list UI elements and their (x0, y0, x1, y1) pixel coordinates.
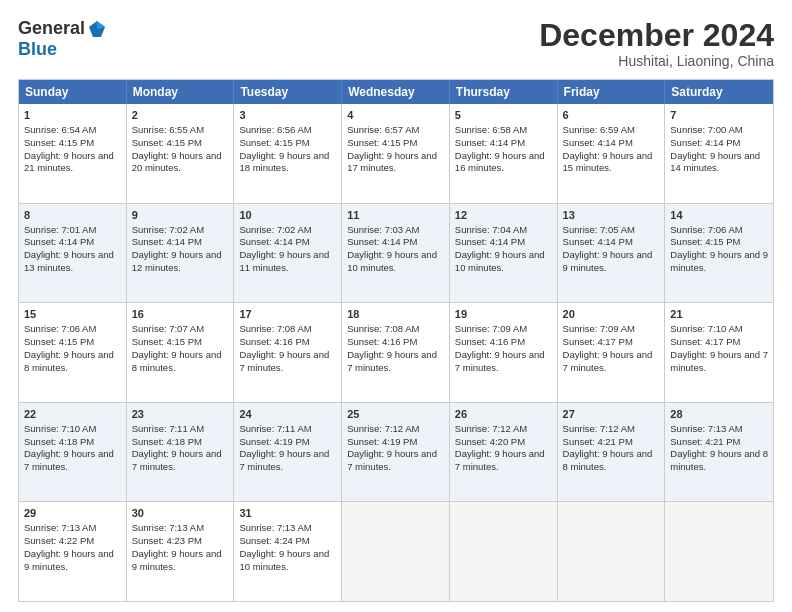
daylight-label: Daylight: 9 hours and 7 minutes. (347, 448, 437, 472)
sunrise-label: Sunrise: 6:55 AM (132, 124, 204, 135)
day-number: 1 (24, 108, 121, 123)
day-number: 4 (347, 108, 444, 123)
daylight-label: Daylight: 9 hours and 12 minutes. (132, 249, 222, 273)
daylight-label: Daylight: 9 hours and 8 minutes. (670, 448, 768, 472)
daylight-label: Daylight: 9 hours and 9 minutes. (24, 548, 114, 572)
daylight-label: Daylight: 9 hours and 7 minutes. (670, 349, 768, 373)
header-cell-monday: Monday (127, 80, 235, 104)
sunset-label: Sunset: 4:19 PM (239, 436, 309, 447)
calendar-body: 1 Sunrise: 6:54 AM Sunset: 4:15 PM Dayli… (19, 104, 773, 601)
sunset-label: Sunset: 4:14 PM (132, 236, 202, 247)
calendar-cell: 8 Sunrise: 7:01 AM Sunset: 4:14 PM Dayli… (19, 204, 127, 303)
day-number: 18 (347, 307, 444, 322)
sunset-label: Sunset: 4:14 PM (455, 137, 525, 148)
day-number: 23 (132, 407, 229, 422)
sunset-label: Sunset: 4:14 PM (347, 236, 417, 247)
calendar-cell: 19 Sunrise: 7:09 AM Sunset: 4:16 PM Dayl… (450, 303, 558, 402)
sunrise-label: Sunrise: 6:54 AM (24, 124, 96, 135)
sunrise-label: Sunrise: 6:57 AM (347, 124, 419, 135)
logo-general-text: General (18, 18, 85, 39)
day-number: 6 (563, 108, 660, 123)
sunset-label: Sunset: 4:18 PM (132, 436, 202, 447)
sunrise-label: Sunrise: 7:04 AM (455, 224, 527, 235)
daylight-label: Daylight: 9 hours and 18 minutes. (239, 150, 329, 174)
sunrise-label: Sunrise: 6:56 AM (239, 124, 311, 135)
sunrise-label: Sunrise: 7:13 AM (239, 522, 311, 533)
day-number: 29 (24, 506, 121, 521)
daylight-label: Daylight: 9 hours and 7 minutes. (239, 349, 329, 373)
calendar-row-3: 15 Sunrise: 7:06 AM Sunset: 4:15 PM Dayl… (19, 302, 773, 402)
day-number: 7 (670, 108, 768, 123)
sunset-label: Sunset: 4:15 PM (132, 336, 202, 347)
sunset-label: Sunset: 4:14 PM (239, 236, 309, 247)
sunrise-label: Sunrise: 7:13 AM (670, 423, 742, 434)
daylight-label: Daylight: 9 hours and 7 minutes. (347, 349, 437, 373)
calendar-cell: 25 Sunrise: 7:12 AM Sunset: 4:19 PM Dayl… (342, 403, 450, 502)
day-number: 16 (132, 307, 229, 322)
title-block: December 2024 Hushitai, Liaoning, China (539, 18, 774, 69)
sunset-label: Sunset: 4:19 PM (347, 436, 417, 447)
sunset-label: Sunset: 4:14 PM (670, 137, 740, 148)
daylight-label: Daylight: 9 hours and 10 minutes. (455, 249, 545, 273)
header-cell-wednesday: Wednesday (342, 80, 450, 104)
day-number: 2 (132, 108, 229, 123)
calendar: SundayMondayTuesdayWednesdayThursdayFrid… (18, 79, 774, 602)
logo-flag-icon (87, 19, 107, 39)
logo-blue-text: Blue (18, 39, 57, 60)
calendar-cell: 29 Sunrise: 7:13 AM Sunset: 4:22 PM Dayl… (19, 502, 127, 601)
daylight-label: Daylight: 9 hours and 13 minutes. (24, 249, 114, 273)
day-number: 17 (239, 307, 336, 322)
daylight-label: Daylight: 9 hours and 11 minutes. (239, 249, 329, 273)
sunrise-label: Sunrise: 7:11 AM (132, 423, 204, 434)
sunset-label: Sunset: 4:18 PM (24, 436, 94, 447)
day-number: 14 (670, 208, 768, 223)
daylight-label: Daylight: 9 hours and 7 minutes. (132, 448, 222, 472)
sunset-label: Sunset: 4:21 PM (670, 436, 740, 447)
calendar-cell: 2 Sunrise: 6:55 AM Sunset: 4:15 PM Dayli… (127, 104, 235, 203)
calendar-cell: 4 Sunrise: 6:57 AM Sunset: 4:15 PM Dayli… (342, 104, 450, 203)
day-number: 22 (24, 407, 121, 422)
day-number: 10 (239, 208, 336, 223)
daylight-label: Daylight: 9 hours and 7 minutes. (455, 448, 545, 472)
sunset-label: Sunset: 4:14 PM (24, 236, 94, 247)
sunset-label: Sunset: 4:15 PM (347, 137, 417, 148)
daylight-label: Daylight: 9 hours and 9 minutes. (132, 548, 222, 572)
calendar-cell (665, 502, 773, 601)
daylight-label: Daylight: 9 hours and 9 minutes. (563, 249, 653, 273)
daylight-label: Daylight: 9 hours and 7 minutes. (563, 349, 653, 373)
day-number: 21 (670, 307, 768, 322)
day-number: 31 (239, 506, 336, 521)
sunrise-label: Sunrise: 7:01 AM (24, 224, 96, 235)
sunset-label: Sunset: 4:14 PM (455, 236, 525, 247)
daylight-label: Daylight: 9 hours and 8 minutes. (132, 349, 222, 373)
sunrise-label: Sunrise: 7:06 AM (24, 323, 96, 334)
calendar-row-4: 22 Sunrise: 7:10 AM Sunset: 4:18 PM Dayl… (19, 402, 773, 502)
sunset-label: Sunset: 4:15 PM (239, 137, 309, 148)
sunrise-label: Sunrise: 7:10 AM (670, 323, 742, 334)
sunset-label: Sunset: 4:15 PM (670, 236, 740, 247)
day-number: 25 (347, 407, 444, 422)
sunrise-label: Sunrise: 7:13 AM (24, 522, 96, 533)
sunrise-label: Sunrise: 6:58 AM (455, 124, 527, 135)
header-cell-sunday: Sunday (19, 80, 127, 104)
daylight-label: Daylight: 9 hours and 7 minutes. (239, 448, 329, 472)
daylight-label: Daylight: 9 hours and 15 minutes. (563, 150, 653, 174)
daylight-label: Daylight: 9 hours and 17 minutes. (347, 150, 437, 174)
sunrise-label: Sunrise: 7:00 AM (670, 124, 742, 135)
sunrise-label: Sunrise: 7:02 AM (239, 224, 311, 235)
calendar-cell: 11 Sunrise: 7:03 AM Sunset: 4:14 PM Dayl… (342, 204, 450, 303)
sunset-label: Sunset: 4:15 PM (24, 137, 94, 148)
calendar-cell (450, 502, 558, 601)
sunrise-label: Sunrise: 7:12 AM (455, 423, 527, 434)
sunset-label: Sunset: 4:21 PM (563, 436, 633, 447)
sunset-label: Sunset: 4:24 PM (239, 535, 309, 546)
sunrise-label: Sunrise: 7:10 AM (24, 423, 96, 434)
calendar-cell: 27 Sunrise: 7:12 AM Sunset: 4:21 PM Dayl… (558, 403, 666, 502)
sunset-label: Sunset: 4:22 PM (24, 535, 94, 546)
daylight-label: Daylight: 9 hours and 10 minutes. (239, 548, 329, 572)
sunrise-label: Sunrise: 7:02 AM (132, 224, 204, 235)
day-number: 28 (670, 407, 768, 422)
sunset-label: Sunset: 4:20 PM (455, 436, 525, 447)
calendar-row-2: 8 Sunrise: 7:01 AM Sunset: 4:14 PM Dayli… (19, 203, 773, 303)
calendar-cell: 10 Sunrise: 7:02 AM Sunset: 4:14 PM Dayl… (234, 204, 342, 303)
